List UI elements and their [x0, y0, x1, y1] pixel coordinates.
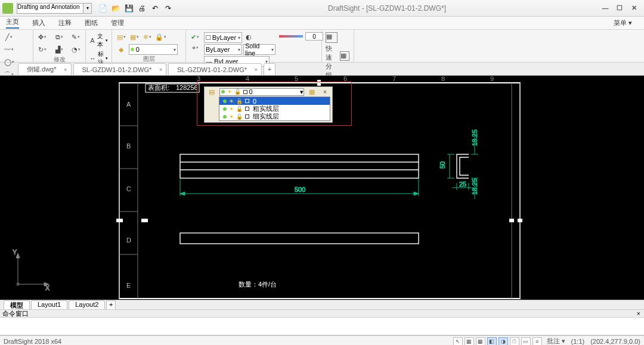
layer-manager-icon[interactable]: ◆: [116, 45, 126, 54]
print-icon[interactable]: 🖨: [137, 4, 147, 13]
svg-text:25: 25: [459, 181, 466, 188]
status-scale[interactable]: (1:1): [571, 338, 585, 345]
layout-tabs: 模型 Layout1 Layout2 +: [0, 300, 644, 309]
menu-home[interactable]: 主页: [6, 17, 19, 29]
layer-lock-icon[interactable]: 🔒: [155, 32, 166, 42]
layer-props-icon[interactable]: ▤: [116, 32, 126, 42]
menu-insert[interactable]: 插入: [32, 18, 45, 27]
layer-new-icon[interactable]: ▦: [306, 87, 317, 97]
ribbon-group-modify: ✥ ⧉ ✎ ↻ ▟ ◔ 修改: [33, 30, 86, 62]
floating-layer-panel[interactable]: ▤ ☀🔓 0 ▾ ▦ × ☀🔓 0 ☀🔓 粗实线层 ☀🔓 细实线层: [204, 86, 333, 123]
layer-freeze-icon[interactable]: ❄: [142, 32, 153, 42]
workspace-arrow-icon[interactable]: ▾: [83, 3, 92, 14]
scale-tool-icon[interactable]: ◔: [70, 45, 81, 54]
menu-sheet[interactable]: 图纸: [85, 18, 98, 27]
svg-text:500: 500: [295, 186, 305, 193]
ribbon-group-layer: ▤ ▦ ❄ 🔒 ◆ 0▾ 图层: [112, 30, 186, 62]
svg-text:5: 5: [295, 76, 298, 82]
ribbon-group-draw: ╱ 〰 ◯ ⌒ 绘图: [0, 30, 33, 62]
layer-bylayer-combo[interactable]: ByLayer▾: [204, 44, 242, 55]
layer-item-2[interactable]: ☀🔓 细实线层: [219, 113, 330, 120]
check-icon[interactable]: ✔: [190, 32, 200, 42]
color-wheel-icon[interactable]: ◐: [243, 32, 254, 42]
minimize-icon[interactable]: —: [601, 4, 609, 13]
save-icon[interactable]: 💾: [124, 4, 134, 13]
sb-ortho-icon[interactable]: ◧: [487, 337, 497, 346]
mirror-tool-icon[interactable]: ▟: [54, 45, 64, 54]
svg-text:9: 9: [490, 76, 494, 82]
redo-icon[interactable]: ↷: [163, 4, 173, 13]
svg-rect-29: [180, 154, 419, 178]
cmd-close-icon[interactable]: ×: [637, 310, 640, 317]
svg-text:B: B: [126, 142, 131, 150]
status-annot[interactable]: 批注 ▾: [547, 337, 565, 345]
doc-tab-1[interactable]: SL-GZDW1-01-2.DWG*×: [73, 63, 167, 75]
layout-tab-add[interactable]: +: [106, 300, 116, 309]
line-tool-icon[interactable]: ╱: [4, 32, 14, 42]
sb-esnap-icon[interactable]: □: [510, 337, 519, 346]
close-icon[interactable]: ✕: [630, 4, 638, 13]
polyline-tool-icon[interactable]: 〰: [4, 45, 14, 54]
sb-snap-icon[interactable]: ▩: [476, 337, 485, 346]
doc-tab-2[interactable]: SL-GZDW1-01-2.DWG*×: [168, 63, 262, 75]
menu-annotate[interactable]: 注释: [58, 18, 72, 27]
layer-states-icon[interactable]: ▦: [129, 32, 140, 42]
status-bar: DraftSight 2018 x64 ↖ ▦ ▩ ◧ ◑ □ ▭ ≡ 批注 ▾…: [0, 335, 644, 345]
dim-tool-icon[interactable]: ↔: [89, 54, 96, 63]
text-tool-icon[interactable]: A: [89, 36, 95, 45]
ribbon: ╱ 〰 ◯ ⌒ 绘图 ✥ ⧉ ✎ ↻ ▟ ◔ 修改 A文本▾ ↔标注▾ 标注 ▤…: [0, 30, 644, 63]
sb-grid-icon[interactable]: ▦: [465, 337, 474, 346]
layer-combo[interactable]: 0▾: [129, 44, 178, 55]
svg-text:8: 8: [441, 76, 445, 82]
status-toggles: ↖ ▦ ▩ ◧ ◑ □ ▭ ≡: [453, 337, 542, 346]
layer-popup-combo[interactable]: ☀🔓 0 ▾: [219, 88, 304, 96]
layer-manager-icon[interactable]: ▤: [206, 87, 217, 97]
circle-tool-icon[interactable]: ◯: [4, 57, 14, 67]
layout-tab-model[interactable]: 模型: [4, 300, 30, 309]
command-window[interactable]: [0, 318, 644, 335]
tab-close-icon[interactable]: ×: [64, 67, 67, 73]
sb-lwt-icon[interactable]: ≡: [532, 337, 542, 346]
svg-text:18.25: 18.25: [471, 129, 478, 146]
erase-tool-icon[interactable]: ✎: [70, 32, 81, 42]
svg-text:数量：4件/台: 数量：4件/台: [239, 281, 277, 288]
menu-bar: 主页 插入 注释 图纸 管理 菜单 ▾: [0, 17, 644, 30]
sb-cursor-icon[interactable]: ↖: [453, 337, 463, 346]
move-tool-icon[interactable]: ✥: [37, 32, 48, 42]
copy-tool-icon[interactable]: ⧉: [54, 32, 64, 42]
workspace-selector[interactable]: Drafting and Annotation: [17, 3, 83, 14]
svg-text:18.25: 18.25: [471, 178, 478, 195]
svg-text:50: 50: [439, 161, 446, 169]
tab-close-icon[interactable]: ×: [255, 67, 258, 73]
layout-tab-2[interactable]: Layout2: [69, 300, 105, 309]
undo-icon[interactable]: ↶: [150, 4, 160, 13]
tab-add-button[interactable]: +: [264, 63, 275, 75]
command-window-title: 命令窗口 ×: [0, 309, 644, 318]
menu-manage[interactable]: 管理: [111, 18, 124, 27]
doc-tab-0[interactable]: 倒罐.dwg*×: [18, 63, 72, 75]
transparency-input[interactable]: [305, 32, 323, 41]
layout-tab-1[interactable]: Layout1: [31, 300, 67, 309]
sb-polar-icon[interactable]: ◑: [499, 337, 508, 346]
drawing-canvas[interactable]: 3 4 5 6 7 8 9 A B C D E: [0, 76, 644, 300]
open-icon[interactable]: 📂: [111, 4, 120, 13]
panel-close-icon[interactable]: ×: [320, 87, 330, 97]
svg-marker-36: [414, 192, 419, 195]
quick-access-toolbar: 📄 📂 💾 🖨 ↶ ↷: [98, 4, 173, 13]
layer-popup-list[interactable]: ☀🔓 0 ☀🔓 粗实线层 ☀🔓 细实线层: [219, 97, 330, 121]
rotate-tool-icon[interactable]: ↻: [37, 45, 48, 54]
match-icon[interactable]: ⌖: [190, 43, 200, 52]
sb-etrack-icon[interactable]: ▭: [521, 337, 531, 346]
new-icon[interactable]: 📄: [98, 4, 107, 13]
maximize-icon[interactable]: ☐: [615, 4, 624, 13]
ribbon-label-modify: 修改: [37, 55, 82, 64]
tab-close-icon[interactable]: ×: [159, 67, 162, 73]
group-edit-button[interactable]: ▦: [339, 32, 350, 80]
quick-group-button[interactable]: ▦快速分组: [326, 32, 338, 80]
svg-text:Y: Y: [13, 248, 17, 256]
lineweight-combo[interactable]: Solid line▾: [243, 44, 275, 55]
svg-rect-28: [317, 80, 321, 86]
svg-rect-52: [180, 233, 419, 244]
color-combo[interactable]: ByLayer▾: [204, 32, 242, 43]
menu-dropdown[interactable]: 菜单 ▾: [614, 18, 644, 27]
